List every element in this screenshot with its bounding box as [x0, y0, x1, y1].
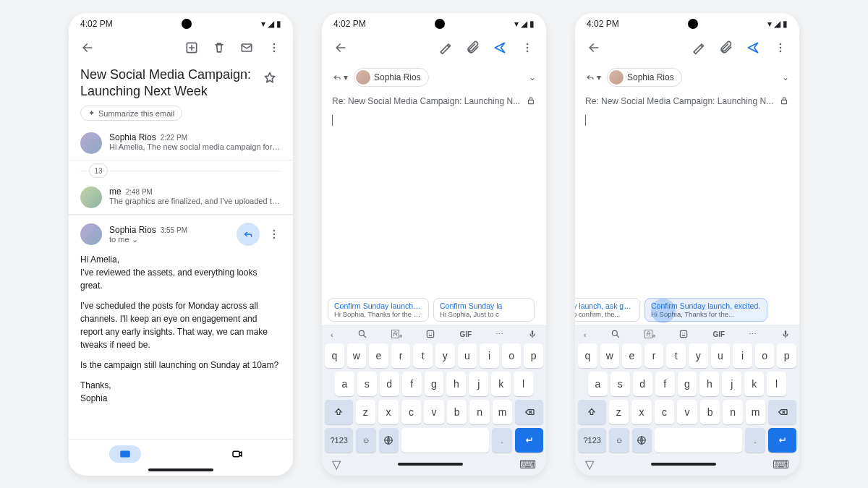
- collapsed-count-row[interactable]: 13: [69, 163, 293, 178]
- key[interactable]: g: [425, 372, 444, 396]
- kb-mic-icon[interactable]: [527, 329, 537, 341]
- home-indicator[interactable]: [651, 463, 716, 466]
- reply-mode-toggle[interactable]: ▾: [332, 72, 348, 82]
- message-collapsed[interactable]: Sophia Rios2:22 PM Hi Amelia, The new so…: [69, 127, 293, 160]
- key[interactable]: l: [767, 372, 786, 396]
- kb-gif-button[interactable]: GIF: [712, 330, 725, 338]
- key[interactable]: u: [458, 343, 477, 368]
- key[interactable]: b: [700, 400, 720, 424]
- nav-meet[interactable]: [221, 445, 253, 463]
- key[interactable]: x: [631, 400, 652, 424]
- archive-button[interactable]: [180, 36, 203, 59]
- key[interactable]: j: [722, 372, 741, 396]
- enter-key[interactable]: [768, 428, 796, 453]
- kb-back-icon[interactable]: ‹: [331, 330, 333, 339]
- space-key[interactable]: [655, 428, 742, 453]
- key[interactable]: z: [609, 400, 629, 424]
- compose-body[interactable]: [575, 111, 799, 295]
- key[interactable]: g: [678, 372, 697, 396]
- magic-write-button[interactable]: [686, 36, 710, 59]
- key[interactable]: h: [699, 372, 719, 396]
- key[interactable]: v: [424, 400, 444, 424]
- kb-sticker-icon[interactable]: [678, 329, 689, 341]
- language-key[interactable]: [632, 428, 652, 453]
- backspace-key[interactable]: [768, 400, 796, 424]
- period-key[interactable]: .: [745, 428, 765, 453]
- key[interactable]: m: [746, 400, 766, 424]
- attach-button[interactable]: [714, 36, 737, 59]
- kb-translate-icon[interactable]: 🄰ₐ: [644, 330, 655, 339]
- kb-more-icon[interactable]: ⋯: [749, 330, 757, 339]
- kb-mic-icon[interactable]: [780, 329, 791, 341]
- kb-search-icon[interactable]: [357, 329, 367, 341]
- key[interactable]: k: [491, 372, 511, 396]
- kb-gif-button[interactable]: GIF: [459, 330, 472, 338]
- space-key[interactable]: [401, 428, 489, 453]
- backspace-key[interactable]: [515, 400, 543, 424]
- subject-row[interactable]: Re: New Social Media Campaign: Launching…: [322, 91, 546, 111]
- key[interactable]: u: [711, 343, 731, 368]
- key[interactable]: s: [357, 372, 377, 396]
- key[interactable]: m: [493, 400, 513, 424]
- symbols-key[interactable]: ?123: [578, 428, 606, 453]
- enter-key[interactable]: [515, 428, 543, 453]
- emoji-key[interactable]: ☺: [356, 428, 375, 453]
- key[interactable]: z: [356, 400, 376, 424]
- key[interactable]: y: [435, 343, 455, 368]
- back-button[interactable]: [582, 36, 605, 59]
- nav-keyboard-switch-icon[interactable]: ⌨: [773, 458, 789, 471]
- shift-key[interactable]: [578, 400, 606, 424]
- recipients-row[interactable]: ▾ Sophia Rios ⌄: [322, 64, 546, 91]
- key[interactable]: d: [380, 372, 399, 396]
- back-button[interactable]: [76, 36, 99, 59]
- key[interactable]: n: [723, 400, 743, 424]
- home-indicator[interactable]: [148, 468, 213, 471]
- key[interactable]: b: [447, 400, 467, 424]
- smart-reply-chip[interactable]: lay launch, ask goals t to confirm, the.…: [575, 298, 640, 322]
- reply-button[interactable]: [237, 223, 260, 246]
- send-button[interactable]: [488, 36, 511, 59]
- key[interactable]: h: [446, 372, 466, 396]
- key[interactable]: t: [666, 343, 686, 368]
- star-button[interactable]: [258, 67, 281, 90]
- back-button[interactable]: [329, 36, 352, 59]
- symbols-key[interactable]: ?123: [325, 428, 353, 453]
- key[interactable]: a: [335, 372, 354, 396]
- nav-hide-keyboard-icon[interactable]: ▽: [585, 458, 594, 471]
- delete-button[interactable]: [208, 36, 231, 59]
- message-collapsed[interactable]: me2:48 PM The graphics are finalized, an…: [69, 181, 293, 215]
- key[interactable]: n: [469, 400, 490, 424]
- kb-sticker-icon[interactable]: [425, 329, 435, 341]
- key[interactable]: l: [514, 372, 533, 396]
- key[interactable]: c: [401, 400, 422, 424]
- key[interactable]: w: [347, 343, 367, 368]
- key[interactable]: p: [777, 343, 796, 368]
- key[interactable]: x: [378, 400, 399, 424]
- key[interactable]: i: [733, 343, 752, 368]
- key[interactable]: t: [413, 343, 433, 368]
- compose-body[interactable]: [322, 111, 546, 295]
- key[interactable]: e: [369, 343, 388, 368]
- expand-recipients-icon[interactable]: ⌄: [782, 72, 789, 82]
- subject-row[interactable]: Re: New Social Media Campaign: Launching…: [575, 91, 799, 111]
- key[interactable]: k: [744, 372, 764, 396]
- key[interactable]: o: [755, 343, 775, 368]
- key[interactable]: e: [622, 343, 642, 368]
- smart-reply-chip[interactable]: Confirm Sunday launch, excited. Hi Sophi…: [644, 298, 767, 322]
- nav-keyboard-switch-icon[interactable]: ⌨: [519, 458, 536, 471]
- emoji-key[interactable]: ☺: [609, 428, 629, 453]
- reply-mode-toggle[interactable]: ▾: [585, 72, 601, 82]
- key[interactable]: r: [644, 343, 664, 368]
- summarize-chip[interactable]: ✦ Summarize this email: [80, 106, 182, 121]
- key[interactable]: q: [325, 343, 344, 368]
- mark-unread-button[interactable]: [235, 36, 258, 59]
- key[interactable]: q: [578, 343, 597, 368]
- recipient-line[interactable]: to me ⌄: [109, 235, 229, 244]
- key[interactable]: d: [633, 372, 652, 396]
- kb-more-icon[interactable]: ⋯: [495, 330, 503, 339]
- more-button[interactable]: [516, 36, 539, 59]
- nav-hide-keyboard-icon[interactable]: ▽: [332, 458, 341, 471]
- nav-mail[interactable]: [109, 445, 141, 463]
- key[interactable]: i: [480, 343, 499, 368]
- language-key[interactable]: [379, 428, 399, 453]
